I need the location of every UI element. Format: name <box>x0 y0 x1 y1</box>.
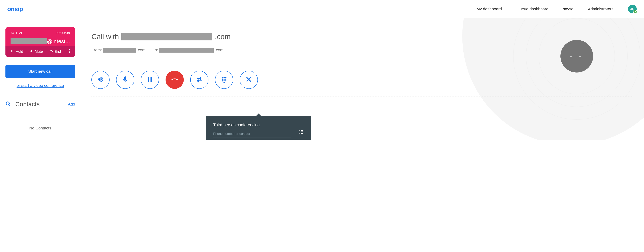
main-content: - - Call with .com From: .com To: .com <box>80 18 644 139</box>
mic-icon <box>30 49 33 54</box>
pause-icon <box>146 76 154 84</box>
conference-input[interactable] <box>213 129 291 137</box>
svg-point-11 <box>225 77 226 78</box>
hangup-button[interactable] <box>166 71 184 89</box>
hold-label: Hold <box>16 49 23 54</box>
svg-point-27 <box>300 133 300 134</box>
to-suffix: .com <box>215 48 224 52</box>
svg-point-17 <box>225 80 226 82</box>
user-avatar[interactable]: JD <box>628 5 637 13</box>
from-suffix: .com <box>137 48 146 52</box>
close-button[interactable] <box>240 71 258 89</box>
svg-point-28 <box>301 133 302 134</box>
call-title: Call with .com <box>92 33 633 41</box>
no-contacts-placeholder: No Contacts <box>6 126 75 130</box>
mute-label: Mute <box>35 49 43 54</box>
hold-button[interactable]: Hold <box>7 49 26 54</box>
nav-my-dashboard[interactable]: My dashboard <box>476 7 502 11</box>
search-icon[interactable] <box>6 101 11 107</box>
caller-suffix: @jntest... <box>47 38 70 44</box>
svg-rect-8 <box>151 77 152 82</box>
conference-popover: Third person conferencing Add to call <box>206 116 311 139</box>
top-nav: My dashboard Queue dashboard sayso Admin… <box>476 7 614 11</box>
call-timer: 00:00:38 <box>56 31 70 35</box>
to-redacted <box>159 48 214 53</box>
svg-line-6 <box>9 105 10 106</box>
call-controls <box>92 71 633 89</box>
svg-point-12 <box>222 79 223 80</box>
svg-point-23 <box>302 130 303 131</box>
sidebar: ACTIVE 00:00:38 @jntest... Hold Mute <box>0 18 80 139</box>
svg-point-13 <box>224 79 225 80</box>
svg-point-29 <box>302 133 303 134</box>
nav-administrators[interactable]: Administrators <box>588 7 614 11</box>
caller-redacted <box>10 38 47 44</box>
mute-button[interactable]: Mute <box>26 49 46 54</box>
svg-point-9 <box>222 77 223 78</box>
swap-icon <box>196 76 203 84</box>
start-video-conference-link[interactable]: or start a video conference <box>6 83 75 88</box>
pause-button[interactable] <box>141 71 159 89</box>
mic-icon <box>122 76 129 84</box>
svg-point-2 <box>69 49 70 50</box>
end-label: End <box>54 49 61 54</box>
dialpad-icon <box>298 132 304 135</box>
popover-title: Third person conferencing <box>213 123 304 127</box>
divider <box>92 96 633 97</box>
svg-rect-7 <box>148 77 149 82</box>
svg-point-10 <box>224 77 225 78</box>
speaker-button[interactable] <box>92 71 110 89</box>
dialpad-button[interactable] <box>215 71 233 89</box>
to-field: To: .com <box>153 48 224 53</box>
svg-point-26 <box>302 131 303 132</box>
svg-point-24 <box>300 131 300 132</box>
to-label: To: <box>153 48 158 52</box>
contacts-heading: Contacts <box>15 101 64 108</box>
status-online-icon <box>633 10 637 14</box>
start-new-call-button[interactable]: Start new call <box>6 65 75 78</box>
call-with-redacted <box>122 33 212 40</box>
svg-point-21 <box>300 130 300 131</box>
remote-avatar: - - <box>560 40 593 73</box>
transfer-button[interactable] <box>190 71 208 89</box>
add-contact-link[interactable]: Add <box>68 102 75 107</box>
pause-icon <box>10 49 14 54</box>
from-label: From: <box>92 48 102 52</box>
hangup-icon <box>50 49 53 54</box>
from-field: From: .com <box>92 48 145 53</box>
speaker-icon <box>97 76 104 84</box>
end-button[interactable]: End <box>46 49 64 54</box>
call-more-button[interactable] <box>66 49 73 54</box>
hangup-icon <box>171 76 178 84</box>
from-redacted <box>103 48 136 53</box>
app-header: onsip My dashboard Queue dashboard sayso… <box>0 0 644 18</box>
nav-queue-dashboard[interactable]: Queue dashboard <box>516 7 548 11</box>
svg-point-18 <box>224 82 225 83</box>
more-vert-icon <box>69 51 70 54</box>
call-status: ACTIVE <box>10 31 24 35</box>
close-icon <box>245 76 252 84</box>
svg-rect-0 <box>12 50 12 52</box>
logo[interactable]: onsip <box>7 5 23 12</box>
nav-sayso[interactable]: sayso <box>563 7 573 11</box>
svg-point-14 <box>225 79 226 80</box>
mic-button[interactable] <box>116 71 134 89</box>
svg-point-22 <box>301 130 302 131</box>
svg-point-15 <box>222 80 223 82</box>
svg-point-25 <box>301 131 302 132</box>
dialpad-icon <box>220 76 228 84</box>
svg-rect-1 <box>13 50 13 52</box>
active-call-card[interactable]: ACTIVE 00:00:38 @jntest... Hold Mute <box>6 27 75 57</box>
svg-point-16 <box>224 80 225 82</box>
call-with-suffix: .com <box>215 33 230 41</box>
svg-point-3 <box>69 51 70 52</box>
svg-point-5 <box>6 102 10 105</box>
svg-point-4 <box>69 52 70 53</box>
call-with-label: Call with <box>92 33 119 41</box>
popover-dialpad-button[interactable] <box>298 129 304 137</box>
